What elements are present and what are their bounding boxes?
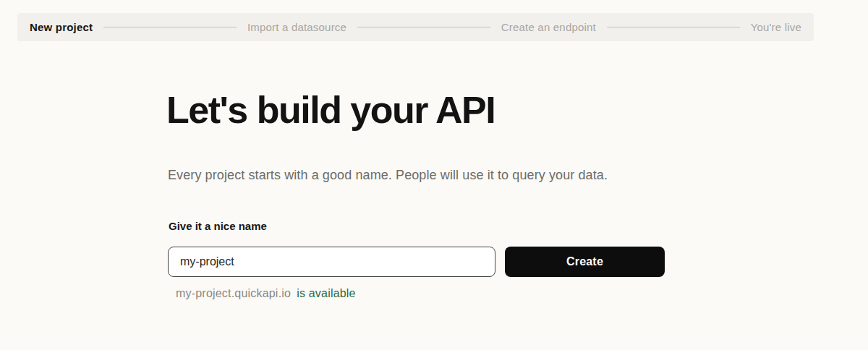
step-import-datasource[interactable]: Import a datasource: [247, 21, 346, 33]
step-connector-line: [607, 27, 740, 27]
step-new-project[interactable]: New project: [30, 21, 93, 33]
domain-preview: my-project.quickapi.io: [176, 287, 291, 299]
page-title: Let's build your API: [166, 91, 495, 129]
project-name-label: Give it a nice name: [169, 220, 267, 232]
project-name-input[interactable]: [168, 247, 495, 277]
project-name-form: Create: [168, 247, 665, 277]
domain-availability: my-project.quickapi.iois available: [176, 287, 356, 300]
step-connector-line: [357, 27, 490, 27]
onboarding-stepper: New project Import a datasource Create a…: [17, 13, 814, 41]
step-connector-line: [103, 27, 237, 27]
availability-status: is available: [297, 287, 356, 299]
step-create-endpoint[interactable]: Create an endpoint: [501, 21, 596, 33]
step-youre-live[interactable]: You're live: [751, 21, 801, 33]
page-subtitle: Every project starts with a good name. P…: [168, 168, 608, 183]
create-button[interactable]: Create: [505, 247, 665, 277]
